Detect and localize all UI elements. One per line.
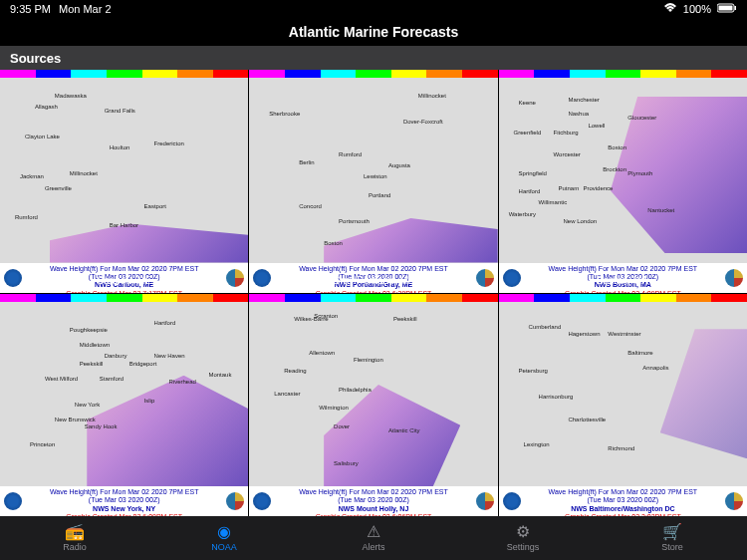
place-label: New Brunswick: [55, 417, 96, 422]
place-label: Lewiston: [364, 173, 387, 179]
place-label: Baltimore: [627, 350, 652, 356]
place-label: Keene: [519, 100, 536, 106]
place-label: Allentown: [309, 350, 335, 356]
wifi-icon: [663, 3, 677, 15]
place-label: Middletown: [80, 342, 110, 348]
place-label: Clayton Lake: [25, 134, 60, 140]
place-label: Hartford: [519, 188, 541, 194]
forecast-cell-portland[interactable]: MillinocketSherbrookeDover-FoxcroftRumfo…: [249, 70, 497, 293]
place-label: Riverhead: [169, 379, 196, 385]
place-label: Jackman: [20, 173, 44, 179]
place-label: Sandy Hook: [85, 423, 118, 429]
color-scale: [249, 70, 497, 78]
place-label: Concord: [299, 203, 322, 209]
place-label: Houlton: [110, 144, 130, 150]
place-label: Putnam: [558, 185, 579, 191]
status-time: 9:35 PM: [10, 3, 51, 15]
place-label: Brockton: [603, 166, 626, 172]
place-label: Scranton: [314, 313, 338, 319]
place-label: New Haven: [154, 353, 185, 359]
map-caribou: MadawaskaAllagashGrand FallsClayton Lake…: [0, 78, 248, 263]
place-label: Eastport: [144, 203, 166, 209]
place-label: Springfield: [519, 170, 547, 176]
forecast-cell-baltimore[interactable]: CumberlandHagerstownWestminsterBaltimore…: [499, 294, 747, 517]
place-label: Allagash: [35, 104, 58, 110]
place-label: Fitchburg: [554, 130, 579, 136]
place-label: New London: [563, 218, 597, 224]
place-label: Greenville: [45, 185, 72, 191]
place-label: Grand Falls: [105, 108, 135, 114]
place-label: Waterbury: [509, 211, 536, 217]
nws-logo-icon: [725, 492, 743, 510]
place-label: Flemington: [354, 357, 383, 363]
map-mtholly: Wilkes-BarreScrantonPeekskillAllentownFl…: [249, 302, 497, 487]
place-label: Fredericton: [154, 140, 184, 146]
tab-radio[interactable]: 📻 Radio: [0, 516, 149, 560]
noaa-icon: ◉: [217, 524, 231, 540]
place-label: Stamford: [100, 376, 124, 382]
place-label: Princeton: [30, 441, 55, 447]
place-label: Gloucester: [627, 115, 656, 121]
svg-rect-1: [719, 6, 733, 11]
place-label: Westminster: [608, 331, 640, 337]
map-caption: Wave Height(ft) For Mon Mar 02 2020 7PM …: [249, 486, 497, 516]
svg-rect-2: [735, 6, 737, 10]
place-label: Nashua: [568, 111, 589, 117]
sources-button[interactable]: Sources: [0, 46, 747, 70]
tab-alerts[interactable]: ⚠ Alerts: [299, 516, 448, 560]
status-bar: 9:35 PM Mon Mar 2 100%: [0, 0, 747, 18]
forecast-cell-caribou[interactable]: MadawaskaAllagashGrand FallsClayton Lake…: [0, 70, 248, 293]
place-label: Sherbrooke: [269, 111, 300, 117]
place-label: Lexington: [524, 441, 550, 447]
map-portland: MillinocketSherbrookeDover-FoxcroftRumfo…: [249, 78, 497, 263]
gear-icon: ⚙: [516, 524, 530, 540]
place-label: Boston: [608, 144, 626, 150]
color-scale: [0, 70, 248, 78]
tab-noaa[interactable]: ◉ NOAA: [149, 516, 299, 560]
place-label: Richmond: [608, 445, 634, 451]
place-label: Hagerstown: [568, 331, 600, 337]
tab-settings[interactable]: ⚙ Settings: [448, 516, 598, 560]
color-scale: [249, 294, 497, 302]
place-label: Cumberland: [529, 324, 562, 330]
place-label: Atlantic City: [388, 427, 420, 433]
place-label: Augusta: [388, 162, 410, 168]
place-label: Reading: [284, 368, 306, 374]
place-label: Madawaska: [55, 93, 87, 99]
status-date: Mon Mar 2: [59, 3, 112, 15]
alert-icon: ⚠: [367, 524, 380, 540]
place-label: Philadelphia: [339, 387, 372, 393]
radio-icon: 📻: [65, 524, 85, 540]
place-label: Charlottesville: [568, 417, 606, 422]
place-label: Worcester: [554, 151, 581, 157]
map-newyork: HartfordPoughkeepsieMiddletownNew HavenD…: [0, 302, 248, 487]
forecast-cell-mtholly[interactable]: Wilkes-BarreScrantonPeekskillAllentownFl…: [249, 294, 497, 517]
place-label: Greenfield: [514, 130, 542, 136]
place-label: Dover: [334, 423, 350, 429]
place-label: Montauk: [208, 372, 231, 378]
forecast-cell-newyork[interactable]: HartfordPoughkeepsieMiddletownNew HavenD…: [0, 294, 248, 517]
place-label: Poughkeepsie: [70, 327, 108, 333]
cart-icon: 🛒: [662, 524, 682, 540]
map-boston: KeeneManchesterNashuaGloucesterGreenfiel…: [499, 78, 747, 263]
place-label: New York: [75, 402, 100, 408]
nws-logo-icon: [476, 492, 494, 510]
place-label: Portsmouth: [339, 218, 370, 224]
tab-store[interactable]: 🛒 Store: [598, 516, 747, 560]
forecast-cell-boston[interactable]: KeeneManchesterNashuaGloucesterGreenfiel…: [499, 70, 747, 293]
place-label: Petersburg: [519, 368, 548, 374]
forecast-grid: MadawaskaAllagashGrand FallsClayton Lake…: [0, 70, 747, 516]
place-label: Bar Harbor: [110, 222, 138, 228]
battery-icon: [717, 3, 737, 15]
place-label: Rumford: [339, 151, 362, 157]
cell-label-portland: Gray/Portland, ME: [249, 275, 498, 286]
place-label: Dover-Foxcroft: [403, 119, 443, 125]
place-label: Boston: [324, 240, 343, 246]
color-scale: [499, 70, 747, 78]
page-title: Atlantic Marine Forecasts: [289, 24, 458, 40]
noaa-logo-icon: [4, 492, 22, 510]
place-label: Peekskill: [80, 361, 104, 367]
place-label: Providence: [583, 185, 613, 191]
place-label: Bridgeport: [129, 361, 157, 367]
place-label: Millinocket: [70, 170, 98, 176]
